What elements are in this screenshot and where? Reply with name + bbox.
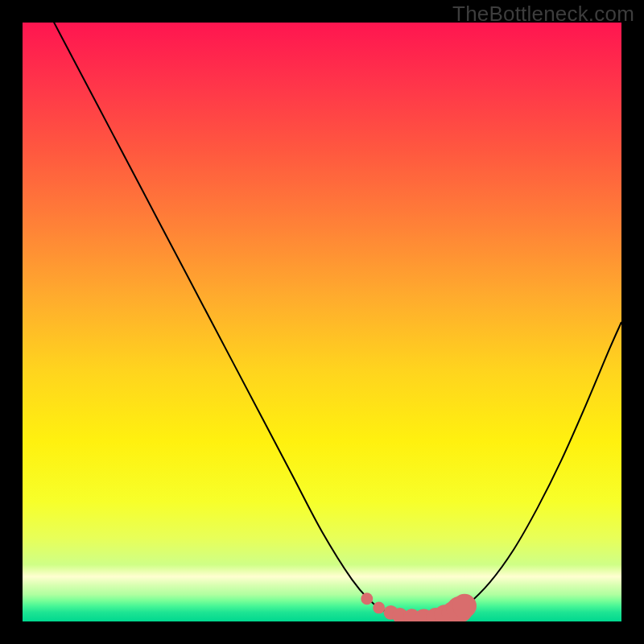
marker-point: [361, 592, 373, 605]
plot-area: [23, 23, 621, 621]
watermark-text: TheBottleneck.com: [452, 2, 634, 27]
marker-point: [452, 594, 477, 618]
bottleneck-chart: [23, 23, 621, 621]
marker-point: [373, 601, 385, 613]
chart-frame: TheBottleneck.com: [0, 0, 644, 644]
